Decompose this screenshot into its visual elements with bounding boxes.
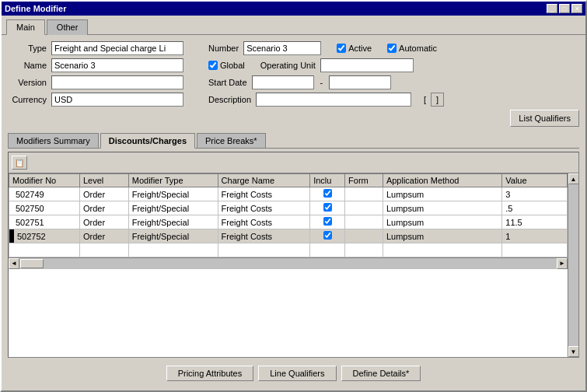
cell-modifier-no: 502749 (9, 187, 80, 201)
table-section: 📋 Modifier No Level Modifier Type Charge… (8, 152, 579, 358)
table-row[interactable]: 502749 Order Freight/Special Freight Cos… (9, 187, 568, 201)
operating-unit-label: Operating Unit (260, 61, 316, 70)
table-wrapper: Modifier No Level Modifier Type Charge N… (9, 173, 578, 357)
global-label: Global (220, 61, 245, 70)
cell-modifier-no: 502752 (9, 229, 80, 243)
form-row-name: Name Global Operating Unit (8, 58, 579, 72)
active-checkbox-label[interactable]: Active (337, 44, 372, 53)
cell-modifier-no: 502751 (9, 215, 80, 229)
cell-charge-name: Freight Costs (218, 201, 310, 215)
tab-other[interactable]: Other (47, 19, 89, 35)
form-row-type: Type Number Active Automatic (8, 41, 579, 55)
window-controls: _ □ ✕ (547, 4, 582, 13)
table-toolbar: 📋 (9, 152, 578, 173)
currency-label: Currency (8, 95, 47, 104)
cell-modifier-type: Freight/Special (128, 215, 218, 229)
main-window: Define Modifier _ □ ✕ Main Other Type Nu… (0, 0, 587, 392)
cell-charge-name: Freight Costs (218, 215, 310, 229)
vertical-scrollbar[interactable]: ▲ ▼ (568, 173, 578, 357)
table-header: Modifier No Level Modifier Type Charge N… (9, 174, 568, 187)
cell-incl[interactable] (310, 215, 345, 229)
global-checkbox[interactable] (208, 61, 218, 70)
tab-modifiers-summary[interactable]: Modifiers Summary (8, 133, 99, 148)
start-date-input[interactable] (252, 75, 314, 89)
bracket-open: [ (424, 95, 426, 104)
cell-incl[interactable] (310, 187, 345, 201)
automatic-checkbox-label[interactable]: Automatic (387, 44, 437, 53)
cell-incl[interactable] (310, 229, 345, 243)
col-charge-name: Charge Name (218, 174, 310, 187)
cell-form (345, 229, 383, 243)
main-tab-bar: Main Other (2, 16, 585, 34)
date-separator: - (319, 78, 325, 87)
col-application-method: Application Method (383, 174, 501, 187)
scroll-track-v[interactable] (568, 184, 579, 346)
cell-application-method: Lumpsum (383, 201, 501, 215)
active-checkbox[interactable] (337, 44, 346, 53)
table-row[interactable]: 502750 Order Freight/Special Freight Cos… (9, 201, 568, 215)
scroll-left-button[interactable]: ◄ (9, 258, 19, 269)
scroll-down-button[interactable]: ▼ (568, 346, 579, 357)
tab-main[interactable]: Main (6, 19, 45, 35)
cell-value: 11.5 (502, 215, 568, 229)
list-qualifiers-button[interactable]: List Qualifiers (510, 110, 579, 127)
automatic-checkbox[interactable] (387, 44, 397, 53)
cell-charge-name: Freight Costs (218, 187, 310, 201)
description-input[interactable] (256, 93, 411, 107)
cell-application-method: Lumpsum (383, 215, 501, 229)
table-row[interactable]: 502752 Order Freight/Special Freight Cos… (9, 229, 568, 243)
scroll-thumb-h[interactable] (20, 259, 44, 268)
cell-value: 1 (502, 229, 568, 243)
number-input[interactable] (243, 41, 321, 55)
number-label: Number (208, 44, 239, 53)
global-checkbox-label[interactable]: Global (208, 61, 245, 70)
line-qualifiers-button[interactable]: Line Qualifiers (258, 366, 336, 381)
title-bar: Define Modifier _ □ ✕ (2, 2, 585, 16)
close-button[interactable]: ✕ (571, 4, 582, 13)
form-row-version: Version Start Date - (8, 75, 579, 89)
type-input[interactable] (51, 41, 183, 55)
cell-level: Order (79, 187, 128, 201)
col-incl: Inclu (310, 174, 345, 187)
table-row[interactable]: 502751 Order Freight/Special Freight Cos… (9, 215, 568, 229)
name-input[interactable] (51, 58, 183, 72)
col-modifier-type: Modifier Type (128, 174, 218, 187)
cell-form (345, 201, 383, 215)
table-content: Modifier No Level Modifier Type Charge N… (9, 173, 568, 357)
data-table: Modifier No Level Modifier Type Charge N… (9, 173, 568, 257)
cell-level: Order (79, 229, 128, 243)
cell-form (345, 187, 383, 201)
cell-incl[interactable] (310, 201, 345, 215)
col-form: Form (345, 174, 383, 187)
tab-price-breaks[interactable]: Price Breaks* (197, 133, 266, 148)
scroll-right-button[interactable]: ► (557, 258, 568, 269)
horizontal-scrollbar[interactable]: ◄ ► (9, 257, 568, 268)
maximize-button[interactable]: □ (559, 4, 570, 13)
inner-tab-bar: Modifiers Summary Discounts/Charges Pric… (8, 133, 579, 149)
description-label: Description (208, 95, 251, 104)
table-empty-row (9, 243, 568, 257)
scroll-up-button[interactable]: ▲ (568, 173, 579, 184)
minimize-button[interactable]: _ (547, 4, 557, 13)
cell-form (345, 215, 383, 229)
bracket-button[interactable]: ] (431, 93, 444, 107)
currency-input[interactable] (51, 93, 183, 107)
define-details-button[interactable]: Define Details* (341, 366, 421, 381)
version-input[interactable] (51, 75, 183, 89)
scroll-track-h[interactable] (19, 258, 557, 269)
copy-icon-button[interactable]: 📋 (12, 156, 27, 170)
form-row-currency: Currency Description [ ] (8, 93, 579, 107)
qualifiers-row: List Qualifiers (8, 110, 579, 130)
cell-charge-name: Freight Costs (218, 229, 310, 243)
cell-application-method: Lumpsum (383, 229, 501, 243)
start-date-label: Start Date (208, 78, 247, 87)
cell-modifier-no: 502750 (9, 201, 80, 215)
operating-unit-input[interactable] (320, 58, 414, 72)
end-date-input[interactable] (329, 75, 391, 89)
automatic-label: Automatic (399, 44, 437, 53)
active-label: Active (348, 44, 372, 53)
cell-value: .5 (502, 201, 568, 215)
pricing-attributes-button[interactable]: Pricing Attributes (166, 366, 254, 381)
type-label: Type (8, 44, 47, 53)
tab-discounts-charges[interactable]: Discounts/Charges (100, 133, 195, 149)
